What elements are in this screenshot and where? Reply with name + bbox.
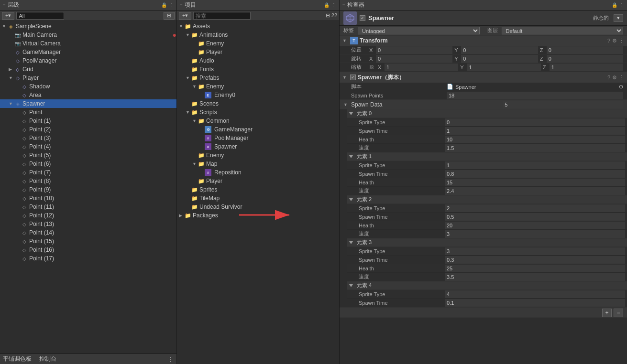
tree-item-point-9[interactable]: ◇ Point (9) <box>0 185 176 194</box>
remove-element-button[interactable]: − <box>614 309 623 317</box>
sprite-type-value-1[interactable]: 1 <box>445 161 625 169</box>
tree-gamemanager-s[interactable]: ⚙ GameManager <box>177 125 339 134</box>
transform-header[interactable]: ▼ T Transform ? ⚙ ⋮ <box>340 35 627 46</box>
tree-item-point-8[interactable]: ◇ Point (8) <box>0 177 176 185</box>
element-header-0[interactable]: 元素 0 <box>347 109 627 118</box>
tree-item-point-7[interactable]: ◇ Point (7) <box>0 168 176 177</box>
tree-item-point-11[interactable]: ◇ Point (11) <box>0 203 176 211</box>
health-value-2[interactable]: 20 <box>445 222 625 229</box>
sprite-type-value-0[interactable]: 0 <box>445 118 625 126</box>
tree-assets[interactable]: ▼ 📁 Assets <box>177 22 339 31</box>
tree-scenes[interactable]: 📁 Scenes <box>177 99 339 108</box>
tree-prefabs[interactable]: ▼ 📁 Prefabs <box>177 74 339 82</box>
spawner-more-icon[interactable]: ⋮ <box>619 75 624 81</box>
health-value-0[interactable]: 10 <box>445 136 625 143</box>
tree-item-point-13[interactable]: ◇ Point (13) <box>0 220 176 228</box>
pos-x-value[interactable]: 0 <box>376 46 452 54</box>
tree-scripts[interactable]: ▼ 📁 Scripts <box>177 108 339 117</box>
tree-map-s[interactable]: ▼ 📁 Map <box>177 160 339 168</box>
tree-item-grid[interactable]: ▶ ◇ Grid <box>0 65 176 74</box>
transform-more-icon[interactable]: ⋮ <box>619 38 624 44</box>
tree-audio[interactable]: 📁 Audio <box>177 56 339 65</box>
tree-item-main-camera[interactable]: 📷 Main Camera ● <box>0 31 176 39</box>
tree-enemy-anim[interactable]: 📁 Enemy <box>177 39 339 48</box>
tree-sprites[interactable]: 📁 Sprites <box>177 185 339 194</box>
tree-item-point-16[interactable]: ◇ Point (16) <box>0 246 176 254</box>
tree-undead[interactable]: 📁 Undead Survivor <box>177 203 339 211</box>
spawner-help-icon[interactable]: ? <box>607 75 610 80</box>
tree-animations[interactable]: ▼ 📁 Animations <box>177 31 339 39</box>
tree-item-shadow[interactable]: ◇ Shadow <box>0 82 176 91</box>
speed-value-1[interactable]: 2.4 <box>445 187 625 195</box>
scale-y-value[interactable]: 1 <box>467 64 540 71</box>
transform-help-icon[interactable]: ? <box>607 38 610 43</box>
speed-value-0[interactable]: 1.5 <box>445 144 625 152</box>
sprite-type-value-3[interactable]: 3 <box>445 247 625 255</box>
pos-y-value[interactable]: 0 <box>461 46 538 54</box>
spawner-section-header[interactable]: ▼ ✓ Spawner（脚本） ? ⚙ ⋮ <box>340 72 627 83</box>
spawner-enable-checkbox[interactable]: ✓ <box>350 75 356 80</box>
hierarchy-filter-button[interactable]: ⊟ <box>164 12 175 20</box>
tree-enemy-s[interactable]: 📁 Enemy <box>177 151 339 160</box>
tree-enemy-pref[interactable]: ▼ 📁 Enemy <box>177 82 339 91</box>
speed-value-2[interactable]: 3 <box>445 230 625 238</box>
tree-item-point-6[interactable]: ◇ Point (6) <box>0 160 176 168</box>
tree-spawner-s[interactable]: # Spawner <box>177 142 339 151</box>
tree-enemy0[interactable]: E Enemy0 <box>177 91 339 99</box>
spawner-settings-icon[interactable]: ⚙ <box>612 75 617 81</box>
tree-poolmanager-s[interactable]: # PoolManager <box>177 134 339 142</box>
tree-item-point-2[interactable]: ◇ Point (2) <box>0 125 176 134</box>
tree-item-poolmanager[interactable]: ◇ PoolManager <box>0 56 176 65</box>
active-checkbox[interactable]: ✓ <box>360 15 365 21</box>
tag-select[interactable]: Untagged <box>358 27 480 34</box>
scene-root[interactable]: ▼ ◈ SampleScene <box>0 22 176 31</box>
tree-item-point[interactable]: ◇ Point <box>0 108 176 117</box>
sprite-type-value-2[interactable]: 2 <box>445 204 625 212</box>
sprite-type-value-4[interactable]: 4 <box>445 290 625 298</box>
spawn-time-value-1[interactable]: 0.8 <box>445 170 625 178</box>
tree-item-point-4[interactable]: ◇ Point (4) <box>0 142 176 151</box>
speed-value-3[interactable]: 3.5 <box>445 273 625 281</box>
rot-x-value[interactable]: 0 <box>376 55 452 63</box>
scale-x-value[interactable]: 1 <box>385 64 458 71</box>
scale-z-value[interactable]: 1 <box>550 64 623 71</box>
health-value-3[interactable]: 25 <box>445 265 625 272</box>
tree-item-virtual-camera[interactable]: 📷 Virtual Camera <box>0 39 176 48</box>
script-select-icon[interactable]: ⊙ <box>619 84 623 90</box>
tree-item-area[interactable]: ◇ Area <box>0 91 176 99</box>
tree-tilemap[interactable]: 📁 TileMap <box>177 194 339 203</box>
spawn-time-value-0[interactable]: 1 <box>445 127 625 135</box>
tree-item-point-15[interactable]: ◇ Point (15) <box>0 237 176 246</box>
tree-item-point-10[interactable]: ◇ Point (10) <box>0 194 176 203</box>
pos-z-value[interactable]: 0 <box>547 46 623 54</box>
transform-settings-icon[interactable]: ⚙ <box>612 38 617 44</box>
tree-player-s[interactable]: 📁 Player <box>177 177 339 185</box>
tree-item-point-3[interactable]: ◇ Point (3) <box>0 134 176 142</box>
spawn-data-count[interactable]: 5 <box>503 101 623 108</box>
tree-item-point-17[interactable]: ◇ Point (17) <box>0 254 176 263</box>
spawn-time-value-2[interactable]: 0.5 <box>445 213 625 221</box>
tree-item-point-1[interactable]: ◇ Point (1) <box>0 117 176 125</box>
layer-select[interactable]: Default <box>502 27 624 34</box>
tree-item-point-14[interactable]: ◇ Point (14) <box>0 228 176 237</box>
tree-player-anim[interactable]: 📁 Player <box>177 48 339 56</box>
tree-packages[interactable]: ▶ 📁 Packages <box>177 211 339 220</box>
spawn-points-input[interactable]: 18 <box>447 92 623 99</box>
rot-y-value[interactable]: 0 <box>461 55 538 63</box>
hierarchy-add-button[interactable]: +▾ <box>2 12 14 20</box>
tree-item-gamemanager[interactable]: ◇ GameManager <box>0 48 176 56</box>
project-search-input[interactable] <box>193 12 251 20</box>
element-header-3[interactable]: 元素 3 <box>347 238 627 247</box>
static-dropdown[interactable]: ▾ <box>614 14 623 22</box>
rot-z-value[interactable]: 0 <box>547 55 623 63</box>
tree-item-point-5[interactable]: ◇ Point (5) <box>0 151 176 160</box>
hierarchy-search-input[interactable] <box>16 12 64 20</box>
element-header-1[interactable]: 元素 1 <box>347 152 627 161</box>
health-value-1[interactable]: 15 <box>445 179 625 186</box>
element-header-4[interactable]: 元素 4 <box>347 281 627 290</box>
tree-item-player[interactable]: ▼ ◇ Player <box>0 74 176 82</box>
tree-reposition[interactable]: # Reposition <box>177 168 339 177</box>
tree-item-spawner[interactable]: ▼ ◈ Spawner <box>0 99 176 108</box>
project-add-button[interactable]: +▾ <box>179 12 191 20</box>
spawn-time-value-4[interactable]: 0.1 <box>445 299 625 307</box>
